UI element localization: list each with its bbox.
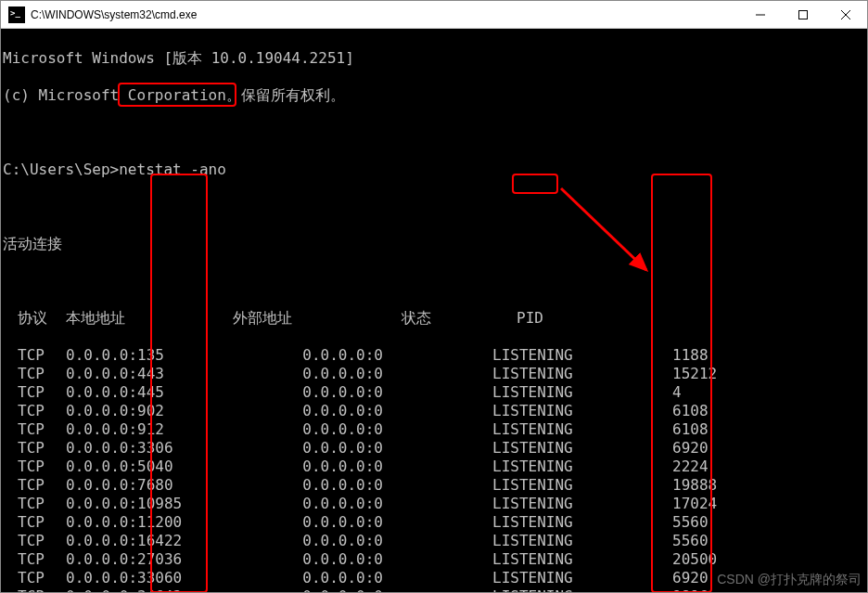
hdr-local: 本地地址 <box>66 309 233 328</box>
cell-local: 0.0.0.0:443 <box>66 365 233 383</box>
hdr-foreign: 外部地址 <box>233 309 402 328</box>
cell-proto: TCP <box>3 550 66 569</box>
cell-local: 0.0.0.0:16422 <box>66 532 233 550</box>
cell-state: LISTENING <box>492 513 607 532</box>
maximize-button[interactable] <box>782 1 824 29</box>
close-button[interactable] <box>824 1 867 29</box>
cell-pid: 6920 <box>672 439 747 458</box>
hdr-state: 状态 <box>402 309 517 328</box>
cell-pid-gap <box>607 420 672 439</box>
cell-gap <box>402 476 492 495</box>
window-title: C:\WINDOWS\system32\cmd.exe <box>31 8 739 21</box>
prompt-line: C:\Users\Sep>netstat -ano <box>3 161 867 179</box>
svg-rect-1 <box>799 10 808 19</box>
titlebar[interactable]: C:\WINDOWS\system32\cmd.exe <box>1 1 867 29</box>
cell-state: LISTENING <box>492 532 607 550</box>
cell-gap <box>402 346 492 365</box>
cell-pid: 17024 <box>672 495 747 513</box>
cell-pid-gap <box>607 476 672 495</box>
cell-proto: TCP <box>3 476 66 495</box>
cell-gap <box>402 513 492 532</box>
cell-pid-gap <box>607 495 672 513</box>
cell-local: 0.0.0.0:135 <box>66 346 233 365</box>
cell-pid: 20500 <box>672 550 747 569</box>
cell-pid: 9896 <box>672 587 747 592</box>
cell-foreign: 0.0.0.0:0 <box>233 439 402 458</box>
cell-pid-gap <box>607 346 672 365</box>
cell-local: 0.0.0.0:902 <box>66 402 233 420</box>
minimize-button[interactable] <box>739 1 782 29</box>
cell-gap <box>402 402 492 420</box>
console-output[interactable]: Microsoft Windows [版本 10.0.19044.2251] (… <box>1 29 867 592</box>
cell-gap <box>402 365 492 383</box>
cell-foreign: 0.0.0.0:0 <box>233 513 402 532</box>
table-row: TCP0.0.0.0:76800.0.0.0:0LISTENING19888 <box>3 476 867 495</box>
cell-proto: TCP <box>3 458 66 476</box>
cell-gap <box>402 439 492 458</box>
cmd-icon <box>8 6 25 23</box>
cell-gap <box>402 458 492 476</box>
cell-foreign: 0.0.0.0:0 <box>233 458 402 476</box>
table-row: TCP0.0.0.0:4450.0.0.0:0LISTENING4 <box>3 383 867 402</box>
blank-line <box>3 198 867 216</box>
table-row: TCP0.0.0.0:4430.0.0.0:0LISTENING15212 <box>3 365 867 383</box>
cell-local: 0.0.0.0:11200 <box>66 513 233 532</box>
cell-foreign: 0.0.0.0:0 <box>233 402 402 420</box>
cell-pid-gap <box>607 402 672 420</box>
cell-pid: 1188 <box>672 346 747 365</box>
cell-pid: 5560 <box>672 513 747 532</box>
section-title: 活动连接 <box>3 235 867 253</box>
cell-state: LISTENING <box>492 346 607 365</box>
cell-proto: TCP <box>3 365 66 383</box>
cell-gap <box>402 569 492 587</box>
cell-local: 0.0.0.0:33060 <box>66 569 233 587</box>
table-row: TCP0.0.0.0:33060.0.0.0:0LISTENING6920 <box>3 439 867 458</box>
cell-pid-gap <box>607 569 672 587</box>
table-row: TCP0.0.0.0:112000.0.0.0:0LISTENING5560 <box>3 513 867 532</box>
cell-foreign: 0.0.0.0:0 <box>233 383 402 402</box>
table-row: TCP0.0.0.0:330600.0.0.0:0LISTENING6920 <box>3 569 867 587</box>
table-row: TCP0.0.0.0:270360.0.0.0:0LISTENING20500 <box>3 550 867 569</box>
banner-line-2: (c) Microsoft Corporation。保留所有权利。 <box>3 86 867 105</box>
hdr-pid: PID <box>517 309 581 328</box>
table-row: TCP0.0.0.0:1350.0.0.0:0LISTENING1188 <box>3 346 867 365</box>
cell-foreign: 0.0.0.0:0 <box>233 346 402 365</box>
cell-pid: 15212 <box>672 365 747 383</box>
cell-pid-gap <box>607 550 672 569</box>
cell-state: LISTENING <box>492 476 607 495</box>
blank-line <box>3 272 867 290</box>
cell-pid-gap <box>607 513 672 532</box>
cell-foreign: 0.0.0.0:0 <box>233 550 402 569</box>
hdr-proto: 协议 <box>3 309 66 328</box>
cell-pid: 19888 <box>672 476 747 495</box>
cell-pid: 5560 <box>672 532 747 550</box>
cell-foreign: 0.0.0.0:0 <box>233 476 402 495</box>
cell-proto: TCP <box>3 420 66 439</box>
cell-pid-gap <box>607 532 672 550</box>
cell-state: LISTENING <box>492 383 607 402</box>
cell-pid-gap <box>607 365 672 383</box>
table-row: TCP0.0.0.0:50400.0.0.0:0LISTENING2224 <box>3 458 867 476</box>
table-row: TCP0.0.0.0:164220.0.0.0:0LISTENING5560 <box>3 532 867 550</box>
table-row: TCP0.0.0.0:346420.0.0.0:0LISTENING9896 <box>3 587 867 592</box>
cell-foreign: 0.0.0.0:0 <box>233 569 402 587</box>
cell-gap <box>402 383 492 402</box>
cell-pid-gap <box>607 439 672 458</box>
app-window: C:\WINDOWS\system32\cmd.exe Microsoft Wi… <box>0 0 868 593</box>
cell-gap <box>402 587 492 592</box>
cell-proto: TCP <box>3 346 66 365</box>
cell-proto: TCP <box>3 383 66 402</box>
cell-pid: 6108 <box>672 402 747 420</box>
cell-foreign: 0.0.0.0:0 <box>233 587 402 592</box>
blank-line <box>3 123 867 142</box>
cell-local: 0.0.0.0:3306 <box>66 439 233 458</box>
cell-pid: 6920 <box>672 569 747 587</box>
cell-foreign: 0.0.0.0:0 <box>233 532 402 550</box>
cell-gap <box>402 420 492 439</box>
cell-state: LISTENING <box>492 550 607 569</box>
cell-state: LISTENING <box>492 458 607 476</box>
cell-local: 0.0.0.0:912 <box>66 420 233 439</box>
cell-state: LISTENING <box>492 439 607 458</box>
cell-state: LISTENING <box>492 365 607 383</box>
cell-pid: 2224 <box>672 458 747 476</box>
